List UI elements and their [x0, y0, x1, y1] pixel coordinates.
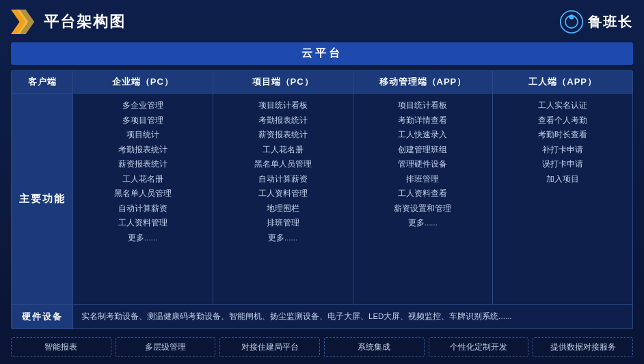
project-features: 项目统计看板考勤报表统计薪资报表统计工人花名册黑名单人员管理自动计算薪资工人资料… — [213, 94, 353, 304]
feature-item: 更多...... — [77, 232, 209, 245]
feature-item: 薪资设置和管理 — [358, 202, 489, 216]
service-item: 多层级管理 — [116, 337, 216, 357]
hardware-row: 硬件设备 实名制考勤设备、测温健康码考勤设备、智能闸机、扬尘监测设备、电子大屏、… — [12, 304, 632, 328]
feature-item: 工人快速录入 — [358, 128, 489, 142]
service-item: 智能报表 — [11, 337, 111, 357]
service-item: 对接住建局平台 — [219, 337, 320, 357]
feature-item: 补打卡申请 — [497, 143, 628, 157]
feature-item: 黑名单人员管理 — [217, 158, 349, 171]
feature-item: 排班管理 — [217, 216, 349, 230]
hardware-label: 硬件设备 — [12, 305, 73, 328]
cloud-platform-row: 云平台 — [11, 42, 633, 65]
feature-item: 项目统计看板 — [358, 99, 489, 113]
feature-item: 考勤报表统计 — [77, 143, 209, 157]
hardware-content: 实名制考勤设备、测温健康码考勤设备、智能闸机、扬尘监测设备、电子大屏、LED大屏… — [73, 305, 632, 328]
col-header-project: 项目端（PC） — [213, 71, 353, 93]
feature-item: 管理硬件设备 — [358, 158, 489, 171]
services-row: 智能报表多层级管理对接住建局平台系统集成个性化定制开发提供数据对接服务 — [11, 337, 633, 357]
service-item: 提供数据对接服务 — [533, 337, 633, 357]
main-table: 客户端 企业端（PC） 项目端（PC） 移动管理端（APP） 工人端（APP） … — [11, 70, 633, 329]
header-left: 平台架构图 — [11, 10, 126, 34]
feature-item: 黑名单人员管理 — [77, 187, 209, 201]
header: 平台架构图 鲁班长 — [11, 7, 633, 37]
col-header-client: 客户端 — [12, 71, 73, 93]
feature-item: 误打卡申请 — [497, 158, 628, 171]
feature-item: 加入项目 — [497, 173, 628, 186]
feature-item: 工人资料管理 — [217, 187, 349, 201]
feature-item: 更多...... — [358, 216, 489, 230]
content-row: 主要功能 多企业管理多项目管理项目统计考勤报表统计薪资报表统计工人花名册黑名单人… — [12, 94, 632, 304]
feature-item: 自动计算薪资 — [217, 173, 349, 186]
feature-item: 工人资料管理 — [77, 216, 209, 230]
feature-item: 薪资报表统计 — [77, 158, 209, 171]
feature-item: 地理围栏 — [217, 202, 349, 216]
mobile-features: 项目统计看板考勤详情查看工人快速录入创建管理班组管理硬件设备排班管理工人资料查看… — [353, 94, 494, 304]
feature-item: 工人实名认证 — [497, 99, 628, 113]
page-wrapper: 平台架构图 鲁班长 云平台 客户端 企业端（PC） 项目端（PC） 移动管理端（… — [0, 0, 644, 364]
col-header-enterprise: 企业端（PC） — [73, 71, 213, 93]
feature-item: 查看个人考勤 — [497, 114, 628, 128]
col-header-mobile: 移动管理端（APP） — [353, 71, 494, 93]
feature-item: 多项目管理 — [77, 114, 209, 128]
enterprise-features: 多企业管理多项目管理项目统计考勤报表统计薪资报表统计工人花名册黑名单人员管理自动… — [73, 94, 213, 304]
feature-item: 项目统计看板 — [217, 99, 349, 113]
header-title: 平台架构图 — [44, 12, 126, 32]
feature-item: 薪资报表统计 — [217, 128, 349, 142]
logo-icon — [11, 10, 36, 34]
brand-icon — [559, 10, 584, 34]
feature-item: 工人花名册 — [217, 143, 349, 157]
feature-item: 工人资料查看 — [358, 187, 489, 201]
cloud-platform-label: 云平台 — [301, 47, 343, 59]
col-headers: 客户端 企业端（PC） 项目端（PC） 移动管理端（APP） 工人端（APP） — [12, 71, 632, 94]
brand-name: 鲁班长 — [588, 13, 633, 31]
svg-point-4 — [569, 14, 574, 19]
feature-item: 多企业管理 — [77, 99, 209, 113]
feature-item: 排班管理 — [358, 173, 489, 186]
feature-item: 考勤报表统计 — [217, 114, 349, 128]
main-feature-label: 主要功能 — [12, 94, 73, 304]
feature-item: 考勤详情查看 — [358, 114, 489, 128]
svg-point-2 — [561, 11, 582, 33]
feature-item: 项目统计 — [77, 128, 209, 142]
feature-item: 自动计算薪资 — [77, 202, 209, 216]
service-item: 个性化定制开发 — [429, 337, 529, 357]
feature-item: 考勤时长查看 — [497, 128, 628, 142]
feature-item: 更多...... — [217, 232, 349, 245]
feature-item: 工人花名册 — [77, 173, 209, 186]
brand-logo: 鲁班长 — [559, 10, 633, 34]
service-item: 系统集成 — [324, 337, 425, 357]
worker-features: 工人实名认证查看个人考勤考勤时长查看补打卡申请误打卡申请加入项目 — [493, 94, 632, 304]
feature-item: 创建管理班组 — [358, 143, 489, 157]
col-header-worker: 工人端（APP） — [493, 71, 632, 93]
